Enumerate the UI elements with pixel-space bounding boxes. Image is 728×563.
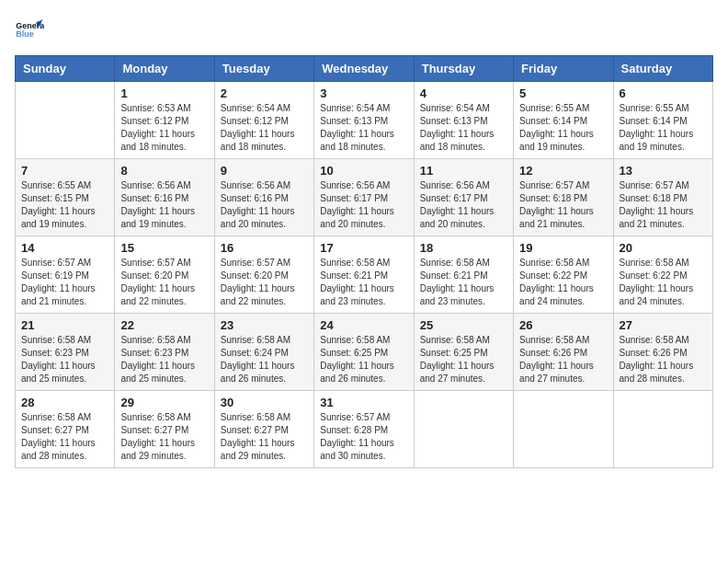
calendar-cell: 23Sunrise: 6:58 AMSunset: 6:24 PMDayligh… (214, 314, 313, 391)
day-number: 6 (620, 86, 707, 100)
calendar-week-row: 28Sunrise: 6:58 AMSunset: 6:27 PMDayligh… (16, 391, 713, 468)
weekday-header-tuesday: Tuesday (214, 56, 313, 82)
cell-info: Sunrise: 6:56 AMSunset: 6:16 PMDaylight:… (221, 179, 308, 231)
cell-info: Sunrise: 6:55 AMSunset: 6:14 PMDaylight:… (519, 102, 607, 154)
cell-info: Sunrise: 6:57 AMSunset: 6:18 PMDaylight:… (519, 179, 607, 231)
day-number: 10 (320, 164, 407, 178)
day-number: 27 (620, 318, 707, 332)
day-number: 16 (221, 241, 308, 255)
day-number: 17 (320, 241, 407, 255)
weekday-header-thursday: Thursday (414, 56, 513, 82)
cell-info: Sunrise: 6:54 AMSunset: 6:12 PMDaylight:… (221, 102, 308, 154)
day-number: 11 (420, 164, 507, 178)
calendar-cell (16, 82, 115, 159)
cell-info: Sunrise: 6:57 AMSunset: 6:20 PMDaylight:… (221, 257, 308, 308)
cell-info: Sunrise: 6:57 AMSunset: 6:28 PMDaylight:… (320, 411, 407, 463)
day-number: 30 (221, 396, 308, 409)
cell-info: Sunrise: 6:58 AMSunset: 6:25 PMDaylight:… (420, 334, 507, 385)
day-number: 2 (221, 86, 308, 100)
calendar-cell: 11Sunrise: 6:56 AMSunset: 6:17 PMDayligh… (414, 159, 513, 236)
calendar-week-row: 7Sunrise: 6:55 AMSunset: 6:15 PMDaylight… (16, 159, 713, 236)
calendar-cell: 21Sunrise: 6:58 AMSunset: 6:23 PMDayligh… (16, 314, 115, 391)
logo-icon: General Blue (15, 15, 44, 44)
day-number: 23 (221, 318, 308, 332)
day-number: 9 (221, 164, 308, 178)
svg-text:Blue: Blue (16, 29, 33, 39)
day-number: 15 (120, 241, 208, 255)
calendar-cell: 4Sunrise: 6:54 AMSunset: 6:13 PMDaylight… (414, 82, 513, 159)
calendar-cell: 1Sunrise: 6:53 AMSunset: 6:12 PMDaylight… (115, 82, 214, 159)
calendar-cell: 31Sunrise: 6:57 AMSunset: 6:28 PMDayligh… (314, 391, 414, 468)
day-number: 4 (420, 86, 507, 100)
cell-info: Sunrise: 6:56 AMSunset: 6:17 PMDaylight:… (320, 179, 407, 231)
day-number: 5 (519, 86, 607, 100)
calendar-cell: 5Sunrise: 6:55 AMSunset: 6:14 PMDaylight… (514, 82, 613, 159)
cell-info: Sunrise: 6:58 AMSunset: 6:27 PMDaylight:… (120, 411, 208, 463)
cell-info: Sunrise: 6:57 AMSunset: 6:19 PMDaylight:… (21, 257, 108, 308)
day-number: 1 (120, 86, 208, 100)
day-number: 14 (21, 241, 108, 255)
day-number: 20 (620, 241, 707, 255)
calendar-cell: 18Sunrise: 6:58 AMSunset: 6:21 PMDayligh… (414, 236, 513, 314)
calendar-cell: 12Sunrise: 6:57 AMSunset: 6:18 PMDayligh… (514, 159, 613, 236)
day-number: 25 (420, 318, 507, 332)
day-number: 18 (420, 241, 507, 255)
day-number: 8 (120, 164, 208, 178)
cell-info: Sunrise: 6:58 AMSunset: 6:22 PMDaylight:… (620, 257, 707, 308)
cell-info: Sunrise: 6:53 AMSunset: 6:12 PMDaylight:… (120, 102, 208, 154)
cell-info: Sunrise: 6:55 AMSunset: 6:15 PMDaylight:… (21, 179, 108, 231)
calendar-cell: 3Sunrise: 6:54 AMSunset: 6:13 PMDaylight… (314, 82, 414, 159)
day-number: 31 (320, 396, 407, 409)
weekday-header-wednesday: Wednesday (314, 56, 414, 82)
calendar-week-row: 1Sunrise: 6:53 AMSunset: 6:12 PMDaylight… (16, 82, 713, 159)
day-number: 29 (120, 396, 208, 409)
cell-info: Sunrise: 6:58 AMSunset: 6:26 PMDaylight:… (620, 334, 707, 385)
calendar-cell: 26Sunrise: 6:58 AMSunset: 6:26 PMDayligh… (514, 314, 613, 391)
day-number: 7 (21, 164, 108, 178)
calendar-cell: 19Sunrise: 6:58 AMSunset: 6:22 PMDayligh… (514, 236, 613, 314)
calendar-cell: 25Sunrise: 6:58 AMSunset: 6:25 PMDayligh… (414, 314, 513, 391)
calendar-cell: 15Sunrise: 6:57 AMSunset: 6:20 PMDayligh… (115, 236, 214, 314)
day-number: 13 (620, 164, 707, 178)
weekday-header-friday: Friday (514, 56, 613, 82)
weekday-header-monday: Monday (115, 56, 214, 82)
day-number: 21 (21, 318, 108, 332)
cell-info: Sunrise: 6:54 AMSunset: 6:13 PMDaylight:… (320, 102, 407, 154)
calendar-cell: 7Sunrise: 6:55 AMSunset: 6:15 PMDaylight… (16, 159, 115, 236)
weekday-header-sunday: Sunday (16, 56, 115, 82)
calendar-cell: 24Sunrise: 6:58 AMSunset: 6:25 PMDayligh… (314, 314, 414, 391)
page-container: General Blue SundayMondayTuesdayWednesda… (0, 0, 728, 476)
cell-info: Sunrise: 6:58 AMSunset: 6:27 PMDaylight:… (221, 411, 308, 463)
calendar-cell: 13Sunrise: 6:57 AMSunset: 6:18 PMDayligh… (613, 159, 712, 236)
cell-info: Sunrise: 6:58 AMSunset: 6:22 PMDaylight:… (519, 257, 607, 308)
calendar-cell: 2Sunrise: 6:54 AMSunset: 6:12 PMDaylight… (214, 82, 313, 159)
day-number: 3 (320, 86, 407, 100)
cell-info: Sunrise: 6:58 AMSunset: 6:21 PMDaylight:… (420, 257, 507, 308)
cell-info: Sunrise: 6:58 AMSunset: 6:21 PMDaylight:… (320, 257, 407, 308)
day-number: 22 (120, 318, 208, 332)
day-number: 24 (320, 318, 407, 332)
calendar-cell: 9Sunrise: 6:56 AMSunset: 6:16 PMDaylight… (214, 159, 313, 236)
weekday-header-saturday: Saturday (613, 56, 712, 82)
calendar-cell (414, 391, 513, 468)
cell-info: Sunrise: 6:56 AMSunset: 6:17 PMDaylight:… (420, 179, 507, 231)
day-number: 26 (519, 318, 607, 332)
calendar-cell: 29Sunrise: 6:58 AMSunset: 6:27 PMDayligh… (115, 391, 214, 468)
day-number: 19 (519, 241, 607, 255)
calendar-week-row: 14Sunrise: 6:57 AMSunset: 6:19 PMDayligh… (16, 236, 713, 314)
cell-info: Sunrise: 6:56 AMSunset: 6:16 PMDaylight:… (120, 179, 208, 231)
calendar-cell: 28Sunrise: 6:58 AMSunset: 6:27 PMDayligh… (16, 391, 115, 468)
calendar-cell: 30Sunrise: 6:58 AMSunset: 6:27 PMDayligh… (214, 391, 313, 468)
cell-info: Sunrise: 6:55 AMSunset: 6:14 PMDaylight:… (620, 102, 707, 154)
day-number: 28 (21, 396, 108, 409)
calendar-cell (514, 391, 613, 468)
cell-info: Sunrise: 6:58 AMSunset: 6:24 PMDaylight:… (221, 334, 308, 385)
cell-info: Sunrise: 6:58 AMSunset: 6:26 PMDaylight:… (519, 334, 607, 385)
cell-info: Sunrise: 6:57 AMSunset: 6:18 PMDaylight:… (620, 179, 707, 231)
calendar-cell: 6Sunrise: 6:55 AMSunset: 6:14 PMDaylight… (613, 82, 712, 159)
calendar-cell: 8Sunrise: 6:56 AMSunset: 6:16 PMDaylight… (115, 159, 214, 236)
calendar-cell: 17Sunrise: 6:58 AMSunset: 6:21 PMDayligh… (314, 236, 414, 314)
day-number: 12 (519, 164, 607, 178)
weekday-header-row: SundayMondayTuesdayWednesdayThursdayFrid… (16, 56, 713, 82)
cell-info: Sunrise: 6:57 AMSunset: 6:20 PMDaylight:… (120, 257, 208, 308)
